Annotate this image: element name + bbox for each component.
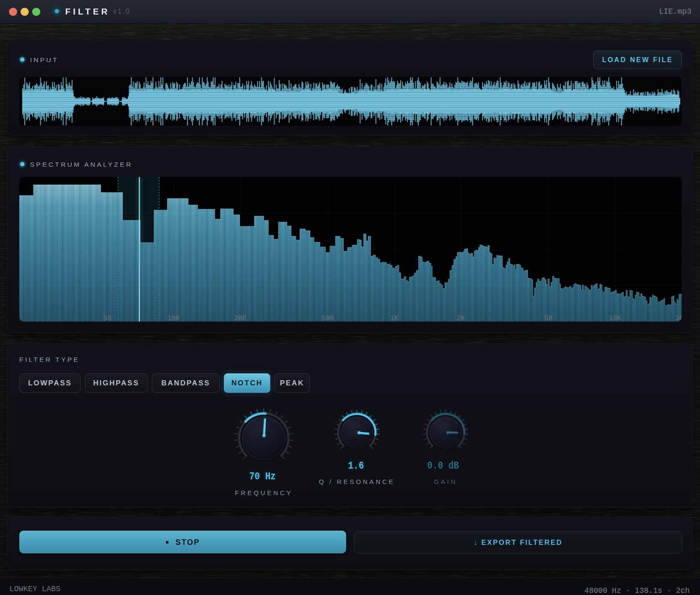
- svg-text:500: 500: [322, 315, 334, 322]
- svg-text:2K: 2K: [457, 315, 465, 322]
- svg-text:200: 200: [234, 315, 246, 322]
- svg-text:50: 50: [103, 315, 111, 322]
- svg-text:100: 100: [167, 315, 180, 322]
- svg-text:20K: 20K: [676, 315, 682, 322]
- svg-text:10K: 10K: [609, 315, 622, 322]
- svg-text:5K: 5K: [544, 315, 553, 322]
- svg-text:1K: 1K: [390, 315, 399, 322]
